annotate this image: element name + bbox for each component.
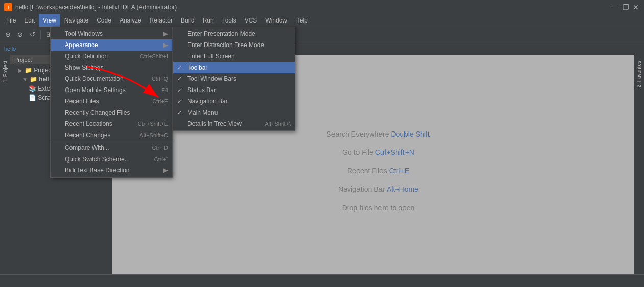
side-tab-left: 1: Project bbox=[0, 55, 10, 287]
menu-view-recently-changed[interactable]: Recently Changed Files bbox=[51, 107, 172, 118]
toolbar-btn-1[interactable]: ⊕ bbox=[2, 29, 13, 40]
sidebar-title: Project bbox=[14, 57, 32, 63]
hint-recent-files: Recent Files Ctrl+E bbox=[347, 167, 409, 175]
shortcut-double-shift: Double Shift bbox=[391, 130, 430, 138]
toolbar-btn-3[interactable]: ↺ bbox=[27, 29, 38, 40]
menu-file[interactable]: File bbox=[2, 14, 20, 27]
menu-bar: File Edit View Navigate Code Analyze Ref… bbox=[0, 14, 644, 27]
shortcut-ctrl-shift-n: Ctrl+Shift+N bbox=[375, 148, 414, 157]
hint-navigation-bar: Navigation Bar Alt+Home bbox=[338, 185, 418, 193]
hint-drop-files: Drop files here to open bbox=[342, 204, 415, 212]
arrow-icon-hello: ▼ bbox=[22, 77, 28, 82]
menu-appearance-toolbar[interactable]: ✓ Toolbar bbox=[173, 62, 295, 73]
hint-search-everywhere: Search Everywhere Double Shift bbox=[326, 130, 430, 138]
side-tab-right: 2: Favorites bbox=[634, 55, 644, 287]
menu-view-quick-switch[interactable]: Quick Switch Scheme... Ctrl+` bbox=[51, 153, 172, 165]
menu-appearance-presentation[interactable]: Enter Presentation Mode bbox=[173, 28, 295, 39]
menu-refactor[interactable]: Refactor bbox=[146, 14, 177, 27]
menu-view-compare-with[interactable]: Compare With... Ctrl+D bbox=[51, 142, 172, 153]
toolbar-separator-1 bbox=[40, 30, 41, 39]
menu-code[interactable]: Code bbox=[92, 14, 115, 27]
menu-tools[interactable]: Tools bbox=[218, 14, 241, 27]
menu-edit[interactable]: Edit bbox=[20, 14, 39, 27]
menu-view[interactable]: View bbox=[39, 14, 60, 27]
menu-appearance-navigationbar[interactable]: ✓ Navigation Bar bbox=[173, 96, 295, 107]
menu-appearance-details-in-tree[interactable]: Details in Tree View Alt+Shift+\ bbox=[173, 118, 295, 129]
shortcut-alt-home: Alt+Home bbox=[387, 185, 418, 193]
toolbar-btn-2[interactable]: ⊘ bbox=[14, 29, 26, 40]
menu-analyze[interactable]: Analyze bbox=[115, 14, 146, 27]
appearance-submenu-container: Enter Presentation Mode Enter Distractio… bbox=[173, 27, 295, 131]
close-button[interactable]: ✕ bbox=[632, 3, 640, 11]
nav-breadcrumb-hello[interactable]: hello bbox=[2, 46, 18, 52]
arrow-icon: ▶ bbox=[18, 68, 22, 73]
menu-appearance-toolwindowbars[interactable]: ✓ Tool Window Bars bbox=[173, 73, 295, 84]
menu-view-quick-def[interactable]: Quick Definition Ctrl+Shift+I bbox=[51, 51, 172, 62]
tree-label-project: 📁 Project bbox=[25, 67, 53, 74]
title-bar-left: I hello [E:\workspaceidea\hello] - Intel… bbox=[4, 3, 177, 11]
menu-appearance-mainmenu[interactable]: ✓ Main Menu bbox=[173, 107, 295, 118]
app-icon: I bbox=[4, 3, 12, 11]
maximize-button[interactable]: ❐ bbox=[622, 3, 630, 11]
menu-view-appearance[interactable]: Appearance ▶ bbox=[51, 39, 172, 51]
menu-view-recent-files[interactable]: Recent Files Ctrl+E bbox=[51, 96, 172, 107]
window-title: hello [E:\workspaceidea\hello] - Intelli… bbox=[15, 4, 177, 11]
menu-vcs[interactable]: VCS bbox=[241, 14, 261, 27]
menu-navigate[interactable]: Navigate bbox=[60, 14, 92, 27]
menu-help[interactable]: Help bbox=[291, 14, 312, 27]
menu-run[interactable]: Run bbox=[199, 14, 218, 27]
menu-window[interactable]: Window bbox=[261, 14, 291, 27]
menu-build[interactable]: Build bbox=[177, 14, 199, 27]
menu-view-show-siblings[interactable]: Show Siblings bbox=[51, 62, 172, 73]
title-bar: I hello [E:\workspaceidea\hello] - Intel… bbox=[0, 0, 644, 14]
menu-view-recent-locations[interactable]: Recent Locations Ctrl+Shift+E bbox=[51, 118, 172, 129]
sidebar-tab-favorites[interactable]: 2: Favorites bbox=[635, 57, 643, 92]
menu-appearance-distraction-free[interactable]: Enter Distraction Free Mode bbox=[173, 39, 295, 51]
menu-view-recent-changes[interactable]: Recent Changes Alt+Shift+C bbox=[51, 129, 172, 141]
view-menu-dropdown: Tool Windows ▶ Appearance ▶ Quick Defini… bbox=[50, 27, 173, 178]
menu-appearance-fullscreen[interactable]: Enter Full Screen bbox=[173, 51, 295, 62]
appearance-submenu: Enter Presentation Mode Enter Distractio… bbox=[173, 27, 295, 131]
menu-view-open-module[interactable]: Open Module Settings F4 bbox=[51, 84, 172, 96]
menu-view-quick-doc[interactable]: Quick Documentation Ctrl+Q bbox=[51, 73, 172, 84]
status-bar bbox=[0, 274, 644, 287]
hint-goto-file: Go to File Ctrl+Shift+N bbox=[342, 148, 414, 157]
view-menu: Tool Windows ▶ Appearance ▶ Quick Defini… bbox=[50, 27, 173, 178]
menu-view-tool-windows[interactable]: Tool Windows ▶ bbox=[51, 28, 172, 39]
menu-appearance-statusbar[interactable]: ✓ Status Bar bbox=[173, 84, 295, 96]
minimize-button[interactable]: — bbox=[611, 3, 619, 11]
sidebar-tab-project[interactable]: 1: Project bbox=[2, 57, 9, 86]
title-bar-controls[interactable]: — ❐ ✕ bbox=[611, 3, 640, 11]
shortcut-ctrl-e: Ctrl+E bbox=[389, 167, 409, 175]
menu-view-bidi[interactable]: Bidi Text Base Direction ▶ bbox=[51, 165, 172, 176]
